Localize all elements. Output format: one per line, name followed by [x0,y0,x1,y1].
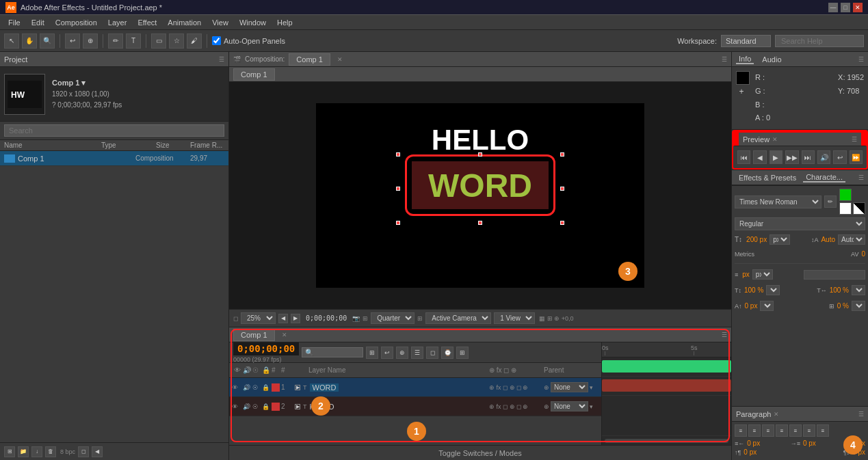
menu-composition[interactable]: Composition [50,17,103,28]
menu-help[interactable]: Help [272,17,298,28]
menu-file[interactable]: File [3,17,26,28]
color-plus-icon[interactable]: + [736,86,747,97]
indent-unit[interactable]: px [752,269,773,280]
font-picker-btn[interactable]: ✏ [824,195,837,208]
color-settings-btn[interactable]: ◻ [78,446,89,457]
prev-fwd[interactable]: ▶▶ [785,150,798,164]
tool-rotate[interactable]: ↩ [65,33,80,49]
layer1-expand[interactable]: ▶ [295,385,300,390]
align-center[interactable]: ≡ [748,424,761,437]
menu-layer[interactable]: Layer [103,17,133,28]
tool-paint[interactable]: 🖌 [187,33,202,49]
menu-view[interactable]: View [207,17,234,28]
import-btn[interactable]: ↓ [31,446,42,457]
align-justify-right[interactable]: ≡ [803,424,815,437]
prev-loop[interactable]: ↩ [833,150,846,164]
project-item[interactable]: Comp 1 Composition 29,97 [0,151,228,166]
preview-panel-menu[interactable]: ☰ [852,136,857,143]
prev-first[interactable]: ⏮ [737,150,750,164]
tb-nav-right[interactable]: ▶ [291,314,300,323]
color-swatch-black[interactable] [736,71,750,85]
tool-mask[interactable]: ☆ [169,33,184,49]
align-justify-center[interactable]: ≡ [789,424,802,437]
para-panel-menu[interactable]: ☰ [858,411,864,418]
menu-effect[interactable]: Effect [132,17,162,28]
font-style-select[interactable]: Regular [735,217,865,230]
new-folder-btn[interactable]: 📁 [18,446,29,457]
tool-hand[interactable]: ✋ [22,33,37,49]
para-panel-close[interactable]: ✕ [774,411,779,418]
effects-panel-menu[interactable]: ☰ [858,174,864,181]
timeline-scrollbar[interactable] [602,435,731,445]
layer1-solo[interactable]: ☉ [252,384,262,391]
stroke-color[interactable] [839,202,852,215]
menu-window[interactable]: Window [234,17,272,28]
delete-btn[interactable]: 🗑 [45,446,56,457]
tl-btn-2[interactable]: ↩ [381,347,393,359]
comp-viewer[interactable]: HELLO WORD [229,82,731,309]
prev-last[interactable]: ⏭ [802,150,815,164]
font-family-select[interactable]: Times New Roman [735,195,821,208]
align-justify-all[interactable]: ≡ [817,424,829,437]
tool-text[interactable]: T [126,33,141,49]
timeline-panel-menu[interactable]: ☰ [722,332,727,338]
comp-panel-tab[interactable]: Comp 1 [289,53,330,66]
layer2-vis[interactable]: 👁 [232,403,243,410]
maximize-button[interactable]: □ [841,3,850,12]
layer1-audio[interactable]: 🔊 [243,384,252,391]
fill-color[interactable] [839,189,852,201]
close-button[interactable]: ✕ [853,3,863,12]
audio-tab[interactable]: Audio [759,55,784,64]
menu-animation[interactable]: Animation [162,17,207,28]
search-help-input[interactable] [775,35,864,47]
project-panel-menu[interactable]: ☰ [219,56,224,63]
tl-btn-6[interactable]: ⌚ [441,347,453,359]
auto-open-panels-checkbox[interactable] [212,36,221,45]
align-left[interactable]: ≡ [735,424,747,437]
character-tab[interactable]: Characte... [803,173,845,182]
comp-panel-close[interactable]: ✕ [337,56,343,63]
tsume-unit[interactable]: ▾ [852,301,865,311]
align-right[interactable]: ≡ [762,424,774,437]
menu-edit[interactable]: Edit [26,17,50,28]
tool-camera[interactable]: ⊕ [83,33,98,49]
tl-btn-5[interactable]: ◻ [426,347,438,359]
layer2-solo[interactable]: ☉ [252,403,262,410]
timeline-search-input[interactable] [302,347,363,357]
timeline-panel-tab[interactable]: Comp 1 [233,329,275,341]
tool-pen[interactable]: ✏ [108,33,123,49]
layer-row-2[interactable]: 👁 🔊 ☉ 🔒 2 ▶ T HELLO [229,397,601,416]
layer2-audio[interactable]: 🔊 [243,403,252,410]
quality-select[interactable]: Quarter [371,312,415,324]
prev-back[interactable]: ◀ [753,150,766,164]
minimize-button[interactable]: — [828,3,838,12]
font-size-unit[interactable]: px [770,234,790,245]
vscale-unit[interactable]: ▾ [766,285,780,295]
info-tab[interactable]: Info [736,55,754,64]
nav-btn[interactable]: ◀ [92,446,103,457]
tl-btn-1[interactable]: ⊞ [366,347,378,359]
view-mode-select[interactable]: 1 View [494,312,535,324]
hscale-unit[interactable]: ▾ [852,285,865,295]
zoom-select[interactable]: 25% [241,312,276,324]
auto-open-checkbox[interactable]: Auto-Open Panels [212,36,285,45]
comp-panel-menu[interactable]: ☰ [722,56,727,63]
preview-panel-close[interactable]: ✕ [772,136,778,143]
layer1-lock[interactable]: 🔒 [262,384,272,391]
timeline-footer[interactable]: Toggle Switches / Modes 1 [229,445,731,460]
effects-presets-tab[interactable]: Effects & Presets [736,174,799,182]
prev-play[interactable]: ▶ [770,150,782,164]
align-justify-left[interactable]: ≡ [776,424,788,437]
prev-audio[interactable]: 🔊 [817,150,830,164]
workspace-dropdown[interactable]: Standard [721,35,771,47]
tool-select[interactable]: ↖ [4,33,19,49]
comp-tab[interactable]: Comp 1 [233,68,275,81]
view-select[interactable]: Active Camera [425,312,491,324]
tb-nav-left[interactable]: ◀ [278,314,288,323]
layer2-parent-select[interactable]: None [551,401,588,411]
tl-btn-4[interactable]: ☰ [411,347,423,359]
project-search-input[interactable] [4,124,224,137]
new-comp-btn[interactable]: ⊞ [4,446,15,457]
prev-jog[interactable]: ⏩ [850,150,863,164]
layer1-vis[interactable]: 👁 [232,384,243,391]
